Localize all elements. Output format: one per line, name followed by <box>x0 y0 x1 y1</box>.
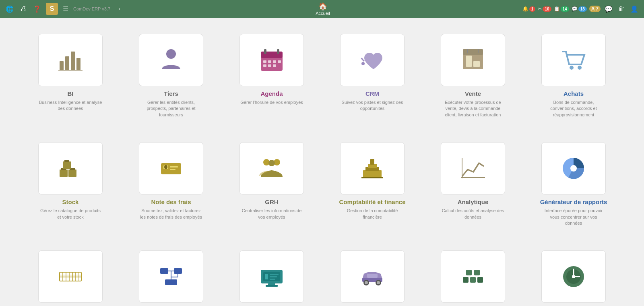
module-gpao-icon-box <box>441 250 505 303</box>
module-compta-desc: Gestion de la comptabilité financière <box>340 208 405 220</box>
module-stock[interactable]: Stock Gérez le catalogue de produits et … <box>24 138 117 230</box>
svg-rect-58 <box>165 279 177 285</box>
module-analytique-desc: Calcul des coûts et analyse des données <box>441 208 505 220</box>
module-agenda-desc: Gérer l'horaire de vos employés <box>240 99 303 105</box>
module-crm-desc: Suivez vos pistes et signez des opportun… <box>340 99 405 112</box>
svg-point-5 <box>166 49 176 59</box>
svg-rect-76 <box>367 274 378 278</box>
clipboard-badge[interactable]: 📋 14 <box>554 6 569 12</box>
module-grh-desc: Centraliser les informations de vos empl… <box>239 208 304 220</box>
module-crm-title: CRM <box>365 90 379 97</box>
topbar: 🌐 🖨 ❓ S ☰ ComDev ERP v3.7 → 🏠 Accueil 🔔 … <box>0 0 644 18</box>
main-content: BI Business Intelligence et analyse des … <box>0 18 644 306</box>
module-agenda-title: Agenda <box>260 90 283 97</box>
messages-badge[interactable]: 💬 18 <box>572 6 587 12</box>
scissors-icon: ✂ <box>538 6 542 12</box>
module-grh[interactable]: GRH Centraliser les informations de vos … <box>225 138 318 230</box>
svg-rect-66 <box>266 285 278 287</box>
module-agenda-icon-box <box>239 34 304 86</box>
svg-rect-12 <box>273 60 276 63</box>
scissors-badge[interactable]: ✂ 10 <box>538 6 551 12</box>
module-note-frais-title: Note des frais <box>151 198 191 205</box>
module-generateur-icon-box <box>541 142 606 194</box>
svg-point-46 <box>570 165 577 172</box>
module-projets[interactable]: Projets <box>125 246 217 306</box>
svg-rect-20 <box>466 56 472 67</box>
module-immobilisation[interactable]: Immobilisation <box>24 246 117 306</box>
module-crm-icon-box <box>340 34 405 86</box>
svg-rect-54 <box>60 275 81 277</box>
module-bi-title: BI <box>68 90 74 97</box>
svg-rect-14 <box>263 64 266 67</box>
forward-icon[interactable]: → <box>114 4 123 13</box>
svg-rect-16 <box>273 64 276 67</box>
module-generateur-desc: Interface épurée pour pouvoir vous conce… <box>541 208 606 226</box>
module-analytique[interactable]: Analytique Calcul des coûts et analyse d… <box>427 138 519 230</box>
svg-rect-28 <box>63 161 71 169</box>
module-intervention-icon-box <box>239 250 304 303</box>
a-badge[interactable]: A 7 <box>589 6 601 12</box>
module-grh-title: GRH <box>265 198 278 205</box>
svg-point-37 <box>268 160 275 166</box>
module-immobilisation-icon-box <box>38 250 103 303</box>
module-gmao-icon-box <box>541 250 606 303</box>
module-generateur-title: Générateur de rapports <box>540 198 607 205</box>
module-projets-icon-box <box>139 250 203 303</box>
module-vente[interactable]: Vente Exécuter votre processus de vente,… <box>427 30 519 122</box>
svg-rect-77 <box>466 270 472 275</box>
svg-rect-8 <box>264 49 266 54</box>
trash-icon[interactable]: 🗑 <box>617 4 626 13</box>
user-avatar[interactable]: 👤 <box>629 4 640 14</box>
module-analytique-title: Analytique <box>458 198 489 205</box>
module-compta[interactable]: Comptabilité et finance Gestion de la co… <box>326 138 419 230</box>
module-grh-icon-box <box>239 142 304 194</box>
chat-icon[interactable]: 💬 <box>603 4 614 14</box>
print-icon[interactable]: 🖨 <box>19 4 28 13</box>
module-flotte-icon-box <box>340 250 405 303</box>
svg-rect-33 <box>170 169 175 170</box>
menu-icon[interactable]: ☰ <box>61 4 70 14</box>
module-generateur[interactable]: Générateur de rapports Interface épurée … <box>527 138 620 230</box>
svg-rect-11 <box>268 60 271 63</box>
module-intervention[interactable]: Intervention <box>225 246 318 306</box>
svg-point-34 <box>164 165 167 169</box>
module-tiers-icon-box <box>139 34 203 86</box>
globe-icon[interactable]: 🌐 <box>4 4 15 14</box>
module-note-frais[interactable]: Note des frais Soumettez, validez et fac… <box>125 138 217 230</box>
module-vente-desc: Exécuter votre processus de vente, devis… <box>441 99 505 118</box>
topbar-left: 🌐 🖨 ❓ S ☰ ComDev ERP v3.7 → <box>4 3 123 15</box>
svg-point-73 <box>365 281 368 284</box>
module-bi-icon-box <box>38 34 103 86</box>
module-tiers-title: Tiers <box>164 90 178 97</box>
module-vente-icon-box <box>441 34 505 86</box>
module-gpao[interactable]: GPAO <box>427 246 519 306</box>
module-achats[interactable]: Achats Bons de commande, conventions, ac… <box>527 30 620 122</box>
module-flotte[interactable]: Flotte véhicules <box>326 246 419 306</box>
svg-rect-29 <box>64 160 69 162</box>
svg-rect-0 <box>60 61 64 70</box>
svg-rect-78 <box>474 270 480 275</box>
help-icon[interactable]: ❓ <box>31 4 43 14</box>
svg-rect-24 <box>60 170 68 177</box>
module-compta-title: Comptabilité et finance <box>339 198 405 205</box>
modules-row-2: Stock Gérez le catalogue de produits et … <box>24 138 620 230</box>
app-title: ComDev ERP v3.7 <box>73 6 110 11</box>
messages-icon: 💬 <box>572 6 578 12</box>
svg-rect-69 <box>270 276 277 277</box>
module-analytique-icon-box <box>441 142 505 194</box>
module-vente-title: Vente <box>465 90 481 97</box>
svg-rect-18 <box>463 53 483 69</box>
home-button[interactable]: 🏠 Accueil <box>316 2 330 16</box>
svg-rect-38 <box>363 170 382 178</box>
module-compta-icon-box <box>340 142 405 194</box>
module-agenda[interactable]: Agenda Gérer l'horaire de vos employés <box>225 30 318 122</box>
svg-rect-9 <box>277 49 279 54</box>
module-bi[interactable]: BI Business Intelligence et analyse des … <box>24 30 117 122</box>
module-tiers[interactable]: Tiers Gérer les entités clients, prospec… <box>125 30 217 122</box>
notification-badge[interactable]: 🔔 1 <box>522 6 536 12</box>
svg-rect-21 <box>473 61 480 67</box>
svg-point-23 <box>578 66 582 70</box>
svg-rect-10 <box>263 60 266 63</box>
module-gmao[interactable]: GMAO <box>527 246 620 306</box>
module-crm[interactable]: CRM Suivez vos pistes et signez des oppo… <box>326 30 419 122</box>
